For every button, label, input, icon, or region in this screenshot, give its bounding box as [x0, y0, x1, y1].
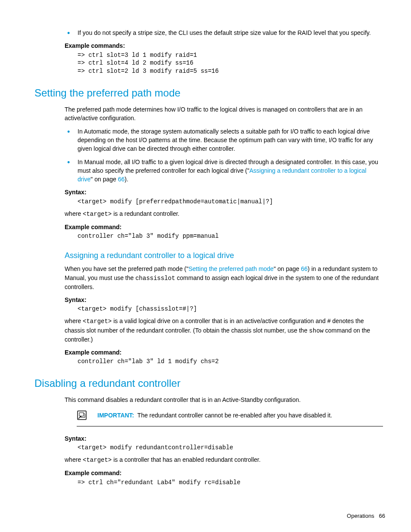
mode-bullet-list: In Automatic mode, the storage system au…	[65, 127, 383, 184]
important-body: The redundant controller cannot be re-en…	[137, 412, 332, 419]
bullet-text: ).	[125, 176, 128, 183]
page-ref-link[interactable]: 66	[118, 176, 125, 183]
inline-code: <target>	[83, 318, 112, 325]
syntax-label: Syntax:	[65, 434, 383, 443]
heading-disabling: Disabling a redundant controller	[34, 376, 383, 391]
example-command-label: Example command:	[65, 469, 383, 477]
cross-ref-link[interactable]: Setting the preferred path mode	[188, 265, 274, 272]
footer-section: Operations	[347, 513, 374, 519]
where-text: where	[65, 317, 83, 324]
bullet-text: " on page	[90, 176, 118, 183]
list-item: If you do not specify a stripe size, the…	[65, 28, 383, 37]
intro-paragraph: The preferred path mode determines how I…	[65, 105, 383, 123]
heading-assigning: Assigning a redundant controller to a lo…	[65, 250, 383, 261]
page-footer: Operations 66	[26, 512, 385, 520]
intro-paragraph: This command disables a redundant contro…	[65, 395, 383, 404]
example-command-code: controller ch="lab 3" ld 1 modify chs=2	[78, 358, 383, 366]
example-commands-code: => ctrl slot=3 ld 1 modify raid=1 => ctr…	[78, 51, 383, 76]
syntax-code: <target> modify [chassisslot=#|?]	[78, 305, 383, 313]
where-text: is a controller that has an enabled redu…	[112, 456, 261, 463]
example-command-code: => ctrl ch="redundant Lab4" modify rc=di…	[78, 479, 383, 487]
page-content: If you do not specify a stripe size, the…	[65, 28, 383, 486]
syntax-label: Syntax:	[65, 296, 383, 304]
heading-preferred-path: Setting the preferred path mode	[34, 86, 383, 101]
assigning-paragraph: When you have set the preferred path mod…	[65, 264, 383, 291]
para-text: " on page	[274, 265, 301, 272]
example-command-label: Example command:	[65, 348, 383, 357]
where-text: is a redundant controller.	[112, 210, 179, 217]
where-paragraph: where <target> is a redundant controller…	[65, 209, 383, 218]
inline-code: <target>	[83, 211, 112, 218]
where-text: where	[65, 456, 83, 463]
syntax-code: <target> modify [preferredpathmode=autom…	[78, 198, 383, 206]
top-bullet-list: If you do not specify a stripe size, the…	[65, 28, 383, 37]
page-ref-link[interactable]: 66	[301, 265, 308, 272]
where-paragraph: where <target> is a valid logical drive …	[65, 317, 383, 344]
list-item: In Automatic mode, the storage system au…	[65, 127, 383, 153]
example-commands-label: Example commands:	[65, 41, 383, 50]
inline-code: show	[309, 327, 324, 334]
important-label: IMPORTANT:	[97, 412, 134, 419]
syntax-code: <target> modify redundantcontroller=disa…	[78, 444, 383, 452]
footer-page-number: 66	[379, 513, 385, 519]
list-item: In Manual mode, all I/O traffic to a giv…	[65, 158, 383, 184]
note-icon	[77, 410, 87, 423]
where-text: where	[65, 210, 83, 217]
inline-code: <target>	[83, 457, 112, 464]
inline-code: chassisslot	[135, 275, 175, 282]
important-content: IMPORTANT: The redundant controller cann…	[97, 411, 383, 420]
where-paragraph: where <target> is a controller that has …	[65, 455, 383, 464]
para-text: When you have set the preferred path mod…	[65, 265, 188, 272]
example-command-code: controller ch="lab 3" modify ppm=manual	[78, 232, 383, 240]
example-command-label: Example command:	[65, 223, 383, 231]
important-note: IMPORTANT: The redundant controller cann…	[77, 408, 383, 426]
syntax-label: Syntax:	[65, 188, 383, 196]
